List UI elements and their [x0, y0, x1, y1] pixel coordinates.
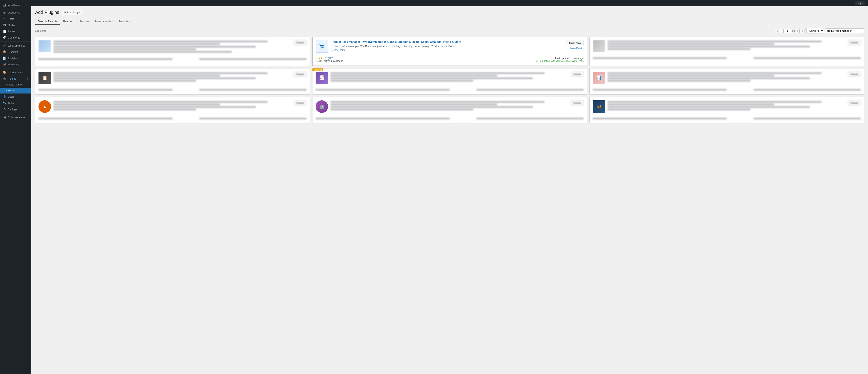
plugin-actions-featured: Install Now More Details: [566, 40, 584, 53]
star-rating: ★★★★½: [316, 57, 327, 60]
plugin-icon-9: 🦋: [593, 100, 605, 113]
svg-point-2: [323, 48, 323, 49]
plugin-card-4: 📋 Details: [35, 68, 310, 95]
wordpress-logo-icon: ⊟: [3, 3, 6, 7]
sidebar-item-appearance[interactable]: 🎨 Appearance: [0, 69, 31, 76]
plugin-info-3: [608, 40, 845, 52]
pagination-page-input[interactable]: [784, 29, 791, 33]
page-header: Add Plugins Upload Plugin: [35, 10, 864, 15]
sidebar-item-label: Settings: [8, 108, 17, 111]
sidebar-item-dashboard[interactable]: ⊞ Dashboard: [0, 9, 31, 16]
plugin-desc-featured: Generate and maintain your WooCommerce p…: [331, 45, 563, 48]
search-type-select[interactable]: Keyword: [806, 28, 824, 33]
install-btn-1[interactable]: Details: [294, 40, 307, 45]
sidebar-item-posts[interactable]: ✎ Posts: [0, 16, 31, 22]
sidebar-item-plugins[interactable]: 🔌 Plugins: [0, 76, 31, 82]
sidebar-item-label: Users: [8, 95, 14, 98]
plugin-card-8: 🤖 Details: [312, 97, 587, 123]
sidebar-item-label: Analytics: [8, 57, 18, 60]
collapse-label: Collapse menu: [8, 116, 25, 119]
upload-plugin-button[interactable]: Upload Plugin: [62, 10, 82, 15]
appearance-icon: 🎨: [3, 71, 6, 74]
tab-recommended[interactable]: Recommended: [92, 18, 116, 25]
tab-featured[interactable]: Featured: [60, 18, 77, 25]
pagination-first-button[interactable]: «: [775, 29, 779, 33]
sidebar-logo-text: WordPress: [8, 4, 20, 7]
sidebar-item-label: Media: [8, 24, 14, 27]
sidebar-item-comments[interactable]: 💬 Comments: [0, 34, 31, 41]
sidebar-item-settings[interactable]: ⚙ Settings: [0, 106, 31, 112]
plugin-author-link[interactable]: RexTheme: [334, 49, 345, 52]
more-details-link[interactable]: More Details: [570, 47, 584, 50]
install-btn-7[interactable]: Details: [294, 100, 307, 106]
plugin-meta-4: [38, 86, 307, 91]
media-icon: 🖼: [3, 24, 6, 27]
plugin-info-6: [608, 71, 845, 84]
tabs-bar: Search Results Featured Popular Recommen…: [35, 18, 864, 25]
plugin-meta-6: [593, 86, 861, 91]
sidebar-divider: [0, 41, 31, 42]
sidebar-item-label: WooCommerce: [8, 44, 25, 47]
sidebar-collapse-menu[interactable]: ◀ Collapse menu: [0, 114, 31, 120]
tab-favorites[interactable]: Favorites: [116, 18, 132, 25]
plugin-card-featured: Product Feed Manager – WooCommerce to Go…: [312, 36, 587, 66]
active-installs: 9,000+ Active Installations: [316, 60, 343, 62]
plugin-meta-7: [38, 115, 307, 120]
sidebar-item-label: Dashboard: [8, 11, 20, 14]
sidebar-item-installed-plugins[interactable]: Installed Plugins: [0, 82, 31, 88]
plugin-author-featured: By RexTheme: [331, 49, 563, 52]
plugin-card-1: Details: [35, 36, 310, 66]
install-btn-8[interactable]: Details: [571, 100, 584, 106]
plugin-icon-3: [593, 40, 605, 52]
plugins-grid: Details: [35, 36, 864, 123]
sidebar-item-tools[interactable]: 🔧 Tools: [0, 100, 31, 106]
collapse-icon: ◀: [3, 116, 6, 119]
compatible-badge: Compatible with your version of WordPres…: [536, 60, 584, 62]
users-icon: 👤: [3, 95, 6, 98]
pagination-prev-button[interactable]: ‹: [780, 29, 783, 33]
topbar: Help ▾: [31, 0, 868, 6]
tab-popular[interactable]: Popular: [77, 18, 92, 25]
content-area: Add Plugins Upload Plugin Search Results…: [31, 6, 868, 374]
products-icon: 📦: [3, 50, 6, 53]
plugin-meta-featured: ★★★★½ (127) 9,000+ Active Installations …: [316, 55, 584, 62]
plugin-info-1: [53, 40, 291, 53]
search-input[interactable]: [825, 28, 864, 33]
sidebar-logo: ⊟ WordPress: [0, 0, 31, 9]
plugin-info-8: [331, 100, 568, 113]
sidebar-item-products[interactable]: 📦 Products: [0, 49, 31, 55]
posts-icon: ✎: [3, 17, 6, 20]
sidebar-item-analytics[interactable]: 📊 Analytics: [0, 55, 31, 61]
installed-plugins-label: Installed Plugins: [5, 83, 23, 86]
marketing-icon: 📣: [3, 63, 6, 66]
plugin-info-5: [331, 71, 568, 84]
sidebar-item-pages[interactable]: 📄 Pages: [0, 28, 31, 34]
install-btn-5[interactable]: Details: [571, 71, 584, 77]
pagination-last-button[interactable]: »: [800, 29, 805, 33]
install-btn-6[interactable]: Details: [848, 71, 861, 77]
analytics-icon: 📊: [3, 57, 6, 60]
install-btn-3[interactable]: Details: [848, 40, 861, 45]
sidebar-item-users[interactable]: 👤 Users: [0, 93, 31, 100]
help-button[interactable]: Help ▾: [855, 1, 865, 5]
plugin-icon-4: 📋: [38, 71, 51, 84]
plugin-rating-area: ★★★★½ (127) 9,000+ Active Installations: [316, 57, 343, 62]
install-btn-4[interactable]: Details: [294, 71, 307, 77]
pagination-next-button[interactable]: ›: [796, 29, 800, 33]
install-btn-9[interactable]: Details: [848, 100, 861, 106]
search-controls: Keyword: [806, 28, 864, 33]
plugin-card-9: 🦋 Details: [589, 97, 864, 123]
sidebar-item-media[interactable]: 🖼 Media: [0, 22, 31, 28]
sidebar-item-add-new[interactable]: Add New: [0, 88, 31, 93]
sidebar-item-woocommerce[interactable]: 🛒 WooCommerce: [0, 42, 31, 49]
sidebar-item-marketing[interactable]: 📣 Marketing: [0, 61, 31, 67]
add-new-label: Add New: [5, 89, 15, 92]
plugins-submenu: Installed Plugins Add New: [0, 82, 31, 93]
tab-search-results[interactable]: Search Results: [35, 18, 60, 25]
sidebar-divider-3: [0, 113, 31, 113]
dashboard-icon: ⊞: [3, 11, 6, 14]
plugin-icon-6: 📊: [593, 71, 605, 84]
last-updated: Last Updated: 1 week ago: [555, 57, 584, 60]
install-now-button[interactable]: Install Now: [566, 40, 584, 46]
plugin-card-3: Details: [589, 36, 864, 66]
